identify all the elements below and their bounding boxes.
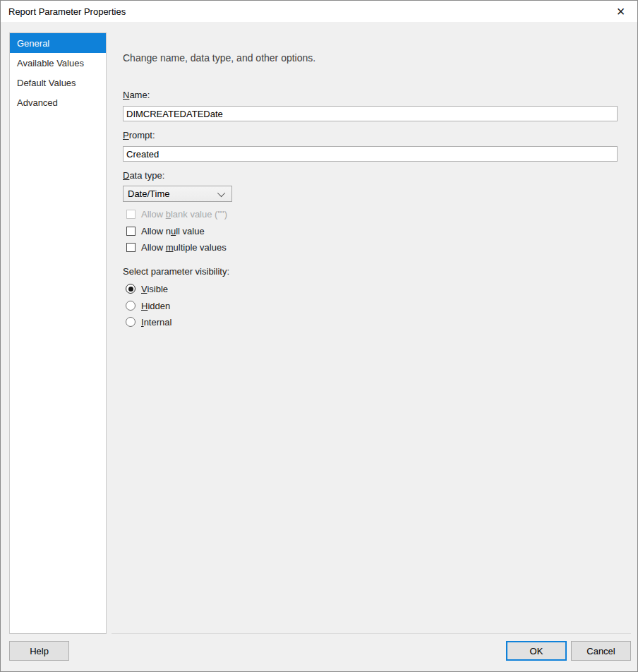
allow-blank-value-label: Allow blank value ("") xyxy=(141,209,227,220)
checkbox-icon xyxy=(126,243,136,252)
checkbox-icon xyxy=(126,227,136,236)
sidebar-item-available-values[interactable]: Available Values xyxy=(10,53,106,73)
ok-button[interactable]: OK xyxy=(506,641,567,661)
internal-option-label: Internal xyxy=(141,317,171,328)
prompt-label: Prompt: xyxy=(123,130,155,140)
close-button[interactable]: × xyxy=(605,1,637,21)
sidebar-item-general[interactable]: General xyxy=(10,33,106,53)
allow-multiple-values-label: Allow multiple values xyxy=(141,242,227,253)
sidebar-item-label: Default Values xyxy=(17,78,76,88)
sidebar-item-advanced[interactable]: Advanced xyxy=(10,92,106,112)
title-bar: Report Parameter Properties × xyxy=(1,1,637,22)
cancel-button[interactable]: Cancel xyxy=(571,641,631,661)
allow-blank-value-checkbox: Allow blank value ("") xyxy=(126,208,227,220)
prompt-input[interactable] xyxy=(123,146,618,162)
allow-null-value-label: Allow null value xyxy=(141,226,205,236)
data-type-label: Data type: xyxy=(123,170,164,181)
checkbox-icon xyxy=(126,210,136,219)
dialog-title: Report Parameter Properties xyxy=(1,6,126,17)
sidebar-item-label: Advanced xyxy=(17,97,58,108)
data-type-selected-value: Date/Time xyxy=(128,188,219,199)
radio-icon xyxy=(126,301,136,311)
visibility-radio-internal[interactable]: Internal xyxy=(126,316,171,328)
help-button[interactable]: Help xyxy=(9,641,69,661)
visibility-radio-visible[interactable]: Visible xyxy=(126,283,168,294)
visibility-radio-hidden[interactable]: Hidden xyxy=(126,300,170,311)
radio-icon xyxy=(126,284,136,294)
visibility-section-label: Select parameter visibility: xyxy=(123,266,229,277)
sidebar: General Available Values Default Values … xyxy=(9,32,107,634)
hidden-option-label: Hidden xyxy=(141,301,170,311)
visible-option-label: Visible xyxy=(141,284,168,294)
allow-multiple-values-checkbox[interactable]: Allow multiple values xyxy=(126,241,227,253)
radio-icon xyxy=(126,317,136,327)
name-label: Name: xyxy=(123,90,150,100)
name-input[interactable] xyxy=(123,106,618,121)
sidebar-item-label: General xyxy=(17,38,49,49)
page-description: Change name, data type, and other option… xyxy=(123,52,315,64)
data-type-dropdown[interactable]: Date/Time xyxy=(123,186,232,202)
footer-separator xyxy=(112,633,631,634)
sidebar-item-label: Available Values xyxy=(17,58,84,68)
sidebar-item-default-values[interactable]: Default Values xyxy=(10,73,106,92)
allow-null-value-checkbox[interactable]: Allow null value xyxy=(126,225,205,236)
report-parameter-properties-dialog: Report Parameter Properties × General Av… xyxy=(0,0,638,672)
close-icon: × xyxy=(617,4,625,18)
